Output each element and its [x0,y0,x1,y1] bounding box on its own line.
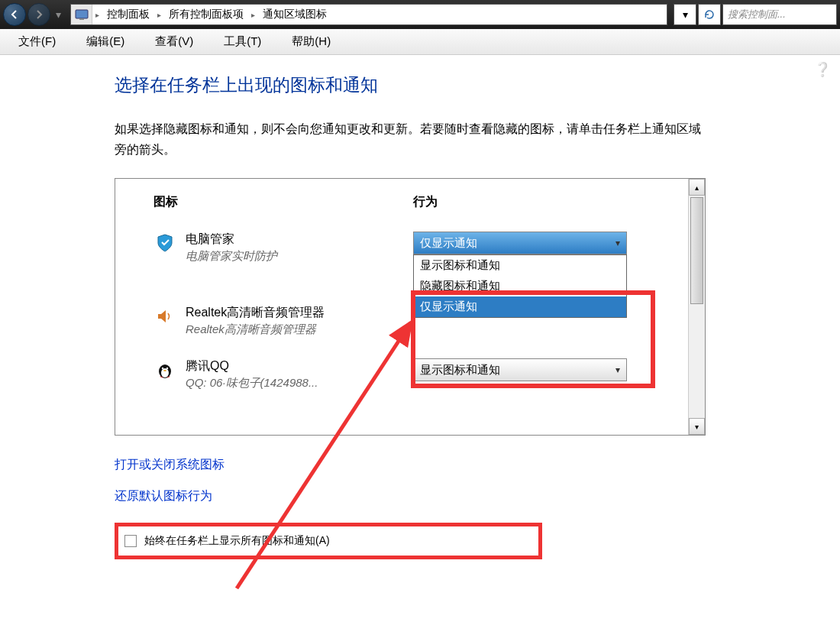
app-subtitle: 电脑管家实时防护 [186,249,413,264]
menu-edit[interactable]: 编辑(E) [80,31,131,52]
svg-rect-0 [76,10,88,18]
breadcrumb-separator: ▸ [92,11,102,19]
always-show-checkbox-row: 始终在任务栏上显示所有图标和通知(A) [115,523,542,559]
svg-rect-1 [79,18,84,20]
scrollbar: ▴ ▾ [688,179,705,435]
icon-list-container: 图标 行为 电脑管家 电脑管家实时防护 仅显示通知 显示图标和通知 [115,178,706,436]
scroll-thumb[interactable] [690,197,703,304]
svg-point-4 [162,368,163,369]
forward-button[interactable] [27,3,50,26]
qq-penguin-icon [153,358,176,381]
breadcrumb-all-items[interactable]: 所有控制面板项 [164,5,248,24]
address-dropdown-button[interactable]: ▾ [674,4,696,25]
nav-history-dropdown[interactable]: ▾ [52,8,64,21]
page-title: 选择在任务栏上出现的图标和通知 [115,73,840,97]
refresh-button[interactable] [698,4,721,25]
search-input[interactable]: 搜索控制面... [722,4,837,25]
app-name: Realtek高清晰音频管理器 [186,305,413,321]
menu-bar: 文件(F) 编辑(E) 查看(V) 工具(T) 帮助(H) [0,29,840,55]
select-value: 显示图标和通知 [420,363,500,377]
select-value: 仅显示通知 [420,236,477,251]
app-subtitle: QQ: 06·味包子(1424988... [186,376,413,390]
app-name: 电脑管家 [186,232,413,248]
always-show-checkbox[interactable] [124,535,137,547]
address-bar[interactable]: ▸ 控制面板 ▸ 所有控制面板项 ▸ 通知区域图标 [70,4,667,25]
navigation-bar: ▾ ▸ 控制面板 ▸ 所有控制面板项 ▸ 通知区域图标 ▾ 搜索控制面... [0,0,840,29]
column-header-behavior: 行为 [413,194,665,210]
back-button[interactable] [3,3,26,26]
dropdown-option-selected[interactable]: 仅显示通知 [414,296,626,317]
svg-point-6 [163,370,166,371]
behavior-dropdown: 显示图标和通知 隐藏图标和通知 仅显示通知 [413,254,627,318]
list-header: 图标 行为 [153,194,665,210]
search-placeholder: 搜索控制面... [728,8,786,21]
breadcrumb-notification-icons[interactable]: 通知区域图标 [258,5,331,24]
svg-point-3 [161,368,169,377]
scroll-down-button[interactable]: ▾ [689,418,705,435]
menu-file[interactable]: 文件(F) [12,31,62,52]
scroll-up-button[interactable]: ▴ [689,179,705,196]
menu-help[interactable]: 帮助(H) [286,31,337,52]
list-item: 电脑管家 电脑管家实时防护 仅显示通知 显示图标和通知 隐藏图标和通知 仅显示通… [153,232,665,264]
breadcrumb-separator: ▸ [248,11,258,19]
behavior-select[interactable]: 显示图标和通知 [413,358,627,381]
checkbox-label: 始终在任务栏上显示所有图标和通知(A) [144,534,330,548]
dropdown-option[interactable]: 显示图标和通知 [414,255,626,276]
link-restore-defaults[interactable]: 还原默认图标行为 [115,489,212,502]
breadcrumb-separator: ▸ [154,11,164,19]
svg-point-5 [166,368,168,369]
link-system-icons[interactable]: 打开或关闭系统图标 [115,458,225,471]
speaker-icon [153,305,176,328]
content-area: 选择在任务栏上出现的图标和通知 如果选择隐藏图标和通知，则不会向您通知更改和更新… [0,55,840,559]
shield-icon [153,232,176,254]
dropdown-option[interactable]: 隐藏图标和通知 [414,276,626,296]
page-description: 如果选择隐藏图标和通知，则不会向您通知更改和更新。若要随时查看隐藏的图标，请单击… [115,118,703,160]
app-subtitle: Realtek高清晰音频管理器 [186,322,413,337]
breadcrumb-control-panel[interactable]: 控制面板 [102,5,154,24]
behavior-select[interactable]: 仅显示通知 [413,232,627,254]
list-item: 腾讯QQ QQ: 06·味包子(1424988... 显示图标和通知 [153,358,665,390]
menu-tools[interactable]: 工具(T) [218,31,267,52]
menu-view[interactable]: 查看(V) [149,31,199,52]
app-name: 腾讯QQ [186,358,413,374]
column-header-icon: 图标 [153,194,413,210]
control-panel-icon [71,5,92,24]
